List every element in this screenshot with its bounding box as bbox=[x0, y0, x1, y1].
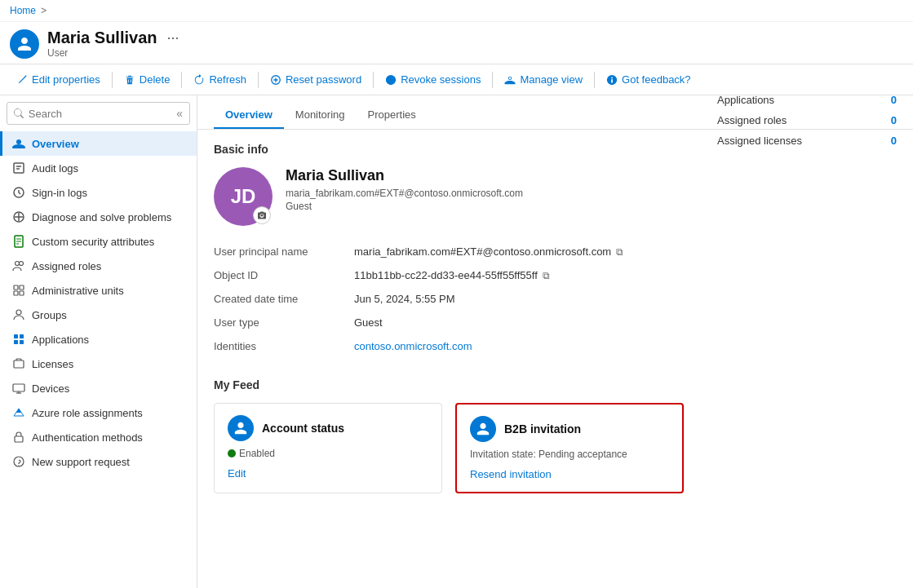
toolbar-divider-4 bbox=[373, 72, 374, 88]
svg-point-1 bbox=[16, 139, 21, 144]
audit-logs-icon bbox=[12, 161, 25, 175]
breadcrumb-separator: > bbox=[41, 5, 47, 16]
sidebar-item-support[interactable]: New support request bbox=[0, 449, 197, 474]
sidebar-item-devices[interactable]: Devices bbox=[0, 376, 197, 400]
sidebar-item-label: Authentication methods bbox=[32, 431, 143, 444]
sidebar-item-custom-security[interactable]: Custom security attributes bbox=[0, 229, 197, 254]
profile-section: JD Maria Sullivan maria_fabrikam.com#EXT… bbox=[214, 167, 897, 226]
sidebar-item-audit-logs[interactable]: Audit logs bbox=[0, 156, 197, 180]
search-input[interactable] bbox=[29, 108, 171, 120]
user-name: Maria Sullivan ··· bbox=[47, 29, 183, 47]
tab-overview[interactable]: Overview bbox=[214, 102, 284, 129]
svg-point-17 bbox=[16, 310, 21, 315]
sidebar-item-diagnose[interactable]: Diagnose and solve problems bbox=[0, 205, 197, 229]
svg-point-11 bbox=[16, 262, 20, 266]
feed-card-b2b-action: Resend invitation bbox=[470, 468, 669, 480]
sidebar-item-label: Licenses bbox=[32, 358, 73, 370]
sidebar-item-applications[interactable]: Applications bbox=[0, 327, 197, 351]
edit-account-status-link[interactable]: Edit bbox=[228, 467, 246, 480]
toolbar-divider-3 bbox=[258, 72, 259, 88]
edit-properties-button[interactable]: Edit properties bbox=[10, 69, 107, 90]
sidebar-item-overview[interactable]: Overview bbox=[0, 131, 197, 156]
value-usertype: Guest bbox=[354, 313, 897, 332]
feed-card-account-status-icon bbox=[228, 415, 254, 441]
main-layout: « OverviewAudit logsSign-in logsDiagnose… bbox=[0, 95, 913, 588]
search-box[interactable]: « bbox=[7, 102, 190, 125]
copy-upn-icon[interactable]: ⧉ bbox=[616, 246, 623, 258]
avatar-initials: JD bbox=[231, 185, 256, 208]
revoke-sessions-button[interactable]: Revoke sessions bbox=[379, 69, 487, 90]
stat-value-assigned-licenses[interactable]: 0 bbox=[891, 135, 897, 147]
sidebar-item-label: Azure role assignments bbox=[32, 407, 143, 419]
svg-rect-18 bbox=[14, 334, 18, 338]
feed-card-b2b-icon bbox=[470, 416, 496, 442]
stat-label-assigned-licenses: Assigned licenses bbox=[717, 135, 802, 147]
identities-link[interactable]: contoso.onmicrosoft.com bbox=[354, 340, 472, 352]
search-icon bbox=[14, 108, 24, 119]
sidebar-item-label: Groups bbox=[32, 309, 67, 321]
sign-in-logs-icon bbox=[12, 186, 25, 199]
stat-value-applications[interactable]: 0 bbox=[891, 95, 897, 106]
refresh-button[interactable]: Refresh bbox=[187, 69, 253, 90]
profile-email: maria_fabrikam.com#EXT#@contoso.onmicros… bbox=[286, 188, 523, 199]
feed-card-account-status-action: Edit bbox=[228, 467, 428, 480]
svg-rect-14 bbox=[20, 285, 24, 290]
resend-invitation-link[interactable]: Resend invitation bbox=[470, 468, 552, 480]
svg-rect-16 bbox=[20, 291, 24, 295]
feed-section: My Feed Account status bbox=[214, 378, 897, 493]
manage-view-button[interactable]: Manage view bbox=[498, 69, 589, 90]
feed-card-account-status-status: Enabled bbox=[228, 448, 428, 459]
reset-password-button[interactable]: Reset password bbox=[264, 69, 368, 90]
sidebar-item-assigned-roles[interactable]: Assigned roles bbox=[0, 254, 197, 278]
got-feedback-button[interactable]: Got feedback? bbox=[600, 69, 698, 90]
label-upn: User principal name bbox=[214, 242, 344, 261]
stats-section: Group memberships 0 Applications 0 Assig… bbox=[717, 95, 897, 151]
tab-properties[interactable]: Properties bbox=[357, 102, 428, 129]
toolbar: Edit properties Delete Refresh Reset pas… bbox=[0, 64, 913, 95]
label-created: Created date time bbox=[214, 290, 344, 308]
svg-rect-15 bbox=[14, 291, 18, 295]
copy-objectid-icon[interactable]: ⧉ bbox=[543, 270, 550, 281]
sidebar-collapse-icon[interactable]: « bbox=[176, 107, 183, 120]
label-usertype: User type bbox=[214, 313, 344, 332]
delete-button[interactable]: Delete bbox=[117, 69, 177, 90]
breadcrumb-home[interactable]: Home bbox=[10, 5, 36, 16]
sidebar-item-sign-in-logs[interactable]: Sign-in logs bbox=[0, 180, 197, 205]
feed-card-account-status: Account status Enabled Edit bbox=[214, 403, 442, 493]
sidebar-item-admin-units[interactable]: Administrative units bbox=[0, 278, 197, 303]
auth-methods-icon bbox=[12, 431, 25, 444]
more-options-button[interactable]: ··· bbox=[164, 29, 183, 46]
sidebar-item-label: Overview bbox=[32, 138, 79, 150]
sidebar-nav: OverviewAudit logsSign-in logsDiagnose a… bbox=[0, 131, 197, 474]
svg-rect-2 bbox=[14, 163, 24, 173]
toolbar-divider-2 bbox=[181, 72, 182, 88]
details-grid: User principal name maria_fabrikam.com#E… bbox=[214, 242, 897, 356]
feed-card-b2b-status: Invitation state: Pending acceptance bbox=[470, 449, 669, 460]
groups-icon bbox=[12, 308, 25, 321]
sidebar-item-label: Applications bbox=[32, 334, 89, 346]
svg-rect-20 bbox=[14, 340, 18, 344]
value-upn: maria_fabrikam.com#EXT#@contoso.onmicros… bbox=[354, 242, 897, 261]
profile-name: Maria Sullivan bbox=[286, 167, 523, 184]
svg-rect-23 bbox=[13, 384, 24, 391]
value-objectid: 11bb11bb-cc22-dd33-ee44-55ff55ff55ff ⧉ bbox=[354, 266, 897, 285]
camera-button[interactable] bbox=[253, 206, 271, 224]
toolbar-divider-1 bbox=[112, 72, 113, 88]
user-header-avatar bbox=[10, 29, 39, 59]
stat-row-assigned-roles: Assigned roles 0 bbox=[717, 110, 897, 130]
sidebar-item-azure-roles[interactable]: Azure role assignments bbox=[0, 400, 197, 425]
svg-rect-13 bbox=[14, 285, 18, 290]
stat-value-assigned-roles[interactable]: 0 bbox=[891, 114, 897, 126]
sidebar-item-label: Custom security attributes bbox=[32, 236, 154, 248]
licenses-icon bbox=[12, 357, 25, 370]
devices-icon bbox=[12, 382, 25, 395]
diagnose-icon bbox=[12, 210, 25, 223]
azure-roles-icon bbox=[12, 406, 25, 419]
stat-label-assigned-roles: Assigned roles bbox=[717, 114, 787, 126]
sidebar-item-label: Audit logs bbox=[32, 162, 78, 175]
sidebar-item-licenses[interactable]: Licenses bbox=[0, 351, 197, 376]
sidebar-item-groups[interactable]: Groups bbox=[0, 303, 197, 327]
tab-monitoring[interactable]: Monitoring bbox=[284, 102, 357, 129]
admin-units-icon bbox=[12, 284, 25, 297]
sidebar-item-auth-methods[interactable]: Authentication methods bbox=[0, 425, 197, 449]
